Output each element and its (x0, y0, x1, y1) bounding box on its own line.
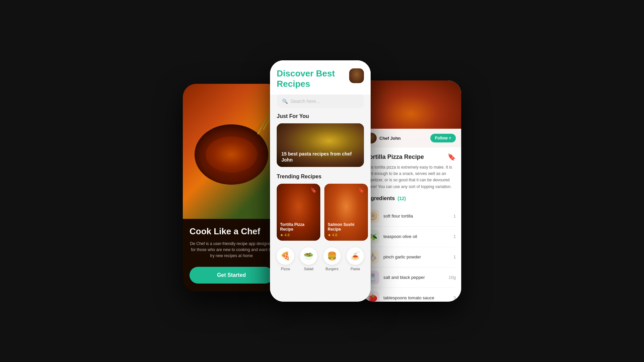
search-bar[interactable]: 🔍 Search here... (277, 95, 364, 108)
search-icon: 🔍 (282, 99, 288, 104)
ingredient-name-pepper: salt and black pepper (383, 275, 425, 280)
welcome-title: Cook Like a Chef (190, 226, 273, 237)
category-burgers-icon: 🍔 (323, 247, 341, 265)
category-pizza-icon: 🍕 (277, 247, 294, 265)
ingredient-left-garlic: 🧄 pinch garlic powder (366, 250, 421, 264)
category-burgers[interactable]: 🍔 Burgers (323, 247, 341, 271)
trending-name-0: Tortilla Pizza Recipe (280, 222, 317, 232)
ingredient-tortilla: 🫓 soft flour tortilla 1 (366, 206, 456, 227)
trending-rating-0: ★ 4.8 (280, 233, 317, 237)
trending-rating-1: ★ 4.8 (328, 233, 365, 237)
ingredients-count: (12) (397, 196, 406, 201)
ingredient-qty-tomato: 3 (453, 295, 456, 300)
phone-discovery: Discover Best Recipes 🔍 Search here... J… (270, 60, 371, 302)
category-burgers-label: Burgers (325, 267, 338, 271)
trending-card-0[interactable]: 🔖 Tortilla Pizza Recipe ★ 4.8 (277, 184, 320, 241)
recipe-hero-image: Chef John Follow + (361, 80, 461, 147)
ingredient-oil: 🫒 teaspoon olive oil 1 (366, 227, 456, 247)
recipe-detail-content: Tortilla Pizza Recipe 🔖 This tortilla pi… (361, 147, 461, 302)
search-placeholder-text: Search here... (290, 99, 320, 104)
ingredient-qty-garlic: 1 (453, 254, 456, 259)
welcome-description: De Chef is a user-friendly recipe app de… (190, 241, 273, 259)
trending-name-1: Salmon Sushi Recipe (328, 222, 365, 232)
bookmark-icon-1[interactable]: 🔖 (358, 187, 365, 193)
trending-scroll: 🔖 Tortilla Pizza Recipe ★ 4.8 🔖 Salmon S… (270, 184, 371, 247)
featured-recipe-info: 15 best pasta recipes from chef John (281, 151, 359, 163)
get-started-button[interactable]: Get Started (190, 267, 273, 284)
just-for-you-section-title: Just For You (270, 113, 371, 123)
ingredient-pepper: 🧂 salt and black pepper 10g (366, 267, 456, 288)
discovery-header: Discover Best Recipes (270, 60, 371, 95)
ingredient-name-tomato: tablespoons tomato sauce (383, 295, 434, 300)
category-salad-icon: 🥗 (300, 247, 317, 265)
bookmark-icon-0[interactable]: 🔖 (310, 187, 317, 193)
category-pizza[interactable]: 🍕 Pizza (277, 247, 294, 271)
trending-card-1[interactable]: 🔖 Salmon Sushi Recipe ★ 4.8 (324, 184, 368, 241)
ingredient-left-oil: 🫒 teaspoon olive oil (366, 230, 417, 243)
featured-recipe-name: 15 best pasta recipes from chef John (281, 151, 359, 163)
category-salad-label: Salad (304, 267, 313, 271)
trending-info-0: Tortilla Pizza Recipe ★ 4.8 (280, 222, 317, 237)
ingredients-header: Ingredients (12) (366, 195, 456, 201)
recipe-description: This tortilla pizza is extremely easy to… (366, 164, 456, 190)
ingredient-name-garlic: pinch garlic powder (383, 254, 421, 259)
chef-info: Chef John (366, 133, 401, 143)
trending-section-title: Trending Recipes (270, 174, 371, 184)
ingredient-left-tomato: 🍅 tablespoons tomato sauce (366, 291, 434, 302)
category-pasta-label: Pasta (351, 267, 360, 271)
ingredient-qty-tortilla: 1 (453, 214, 456, 219)
ingredient-name-tortilla: soft flour tortilla (383, 214, 413, 219)
trending-info-1: Salmon Sushi Recipe ★ 4.8 (328, 222, 365, 237)
avatar-image (349, 68, 364, 83)
food-hero-image (183, 84, 280, 219)
recipe-detail-title: Tortilla Pizza Recipe (366, 154, 424, 161)
category-pasta-icon: 🍝 (346, 247, 364, 265)
phone-recipe-detail: Chef John Follow + Tortilla Pizza Recipe… (361, 80, 461, 302)
chef-bar: Chef John Follow + (361, 129, 461, 147)
ingredient-left-tortilla: 🫓 soft flour tortilla (366, 209, 413, 223)
ingredient-tomato: 🍅 tablespoons tomato sauce 3 (366, 288, 456, 302)
ingredient-name-oil: teaspoon olive oil (383, 234, 417, 239)
recipe-title-row: Tortilla Pizza Recipe 🔖 (366, 153, 456, 161)
categories-section: 🍕 Pizza 🥗 Salad 🍔 Burgers 🍝 Pasta (270, 247, 371, 278)
category-salad[interactable]: 🥗 Salad (300, 247, 317, 271)
avatar[interactable] (349, 68, 364, 83)
phone-welcome: Cook Like a Chef De Chef is a user-frien… (183, 84, 280, 292)
ingredient-qty-pepper: 10g (448, 275, 456, 280)
ingredient-left-pepper: 🧂 salt and black pepper (366, 271, 425, 284)
discovery-title: Discover Best Recipes (277, 68, 335, 89)
category-pasta[interactable]: 🍝 Pasta (346, 247, 364, 271)
featured-recipe-card[interactable]: 15 best pasta recipes from chef John (277, 123, 364, 167)
bookmark-icon-green[interactable]: 🔖 (447, 153, 456, 161)
ingredient-garlic: 🧄 pinch garlic powder 1 (366, 247, 456, 267)
category-pizza-label: Pizza (281, 267, 290, 271)
scene: Cook Like a Chef De Chef is a user-frien… (0, 0, 644, 362)
ingredient-qty-oil: 1 (453, 234, 456, 239)
chef-name: Chef John (379, 136, 401, 141)
follow-button[interactable]: Follow + (430, 134, 456, 142)
